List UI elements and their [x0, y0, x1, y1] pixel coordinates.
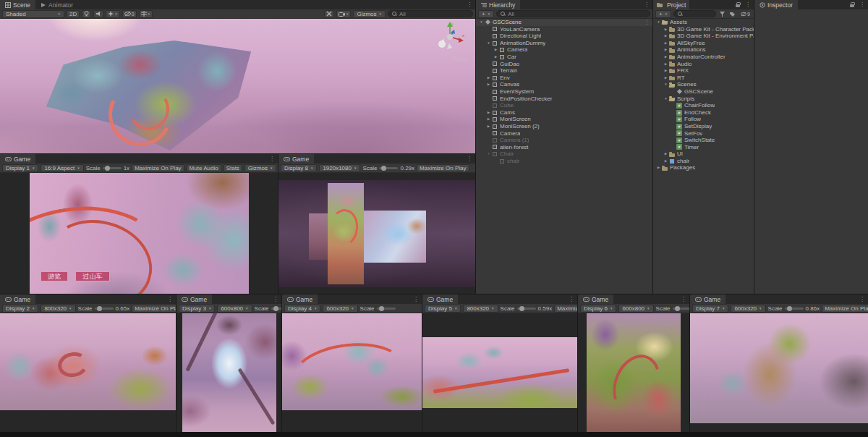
foldout-down-icon[interactable]: ▼ — [478, 19, 485, 26]
tree-row[interactable]: ▶3D Game Kit - Character Pack — [653, 26, 754, 33]
tree-row[interactable]: alien-forest — [476, 144, 652, 151]
hierarchy-search-input[interactable]: All — [496, 10, 650, 17]
foldout-right-icon[interactable]: ▶ — [485, 116, 492, 123]
tree-row[interactable]: ▶UI — [653, 150, 754, 158]
scale-slider[interactable] — [377, 307, 396, 310]
foldout-right-icon[interactable]: ▶ — [663, 67, 669, 75]
tree-row[interactable]: ▶RT — [653, 75, 754, 82]
display-dropdown[interactable]: Display 4▼ — [284, 305, 320, 313]
panel-menu-icon[interactable]: ⋮ — [678, 294, 689, 304]
game-viewport-display-1[interactable]: 游览 过山车 — [0, 173, 278, 294]
tree-row[interactable]: GuiDao — [476, 61, 652, 68]
resolution-dropdown[interactable]: 600x800▼ — [618, 305, 653, 313]
tree-row[interactable]: ▶Car — [476, 54, 652, 61]
tree-row[interactable]: SetDisplay — [653, 123, 754, 130]
tab-scene[interactable]: Scene — [0, 0, 35, 9]
scene-search-input[interactable]: All — [388, 10, 473, 17]
lock-icon[interactable] — [850, 2, 855, 7]
tree-row[interactable]: EndCheck — [653, 109, 754, 116]
orientation-gizmo[interactable]: y x — [433, 20, 467, 54]
create-add-dropdown[interactable]: +▼ — [655, 10, 671, 18]
tree-row[interactable]: Timer — [653, 144, 754, 151]
tree-row[interactable]: ▼Scripts — [653, 96, 754, 103]
tool-settings-button[interactable] — [324, 10, 334, 18]
tree-row[interactable]: ▼AnimationDummy — [476, 40, 652, 47]
tree-row[interactable]: ▼Scenes — [653, 81, 754, 88]
maximize-on-play-button[interactable]: Maximize On Play — [822, 305, 868, 313]
display-dropdown[interactable]: Display 5▼ — [425, 305, 461, 313]
display-dropdown[interactable]: Display 8▼ — [281, 164, 317, 172]
game-viewport-display-2[interactable] — [0, 313, 176, 436]
foldout-right-icon[interactable]: ▶ — [663, 75, 669, 82]
audio-toggle[interactable] — [93, 10, 103, 18]
scale-slider[interactable] — [95, 307, 114, 310]
tree-row[interactable]: ▼GSCScene⋮ — [476, 19, 652, 26]
shading-mode-dropdown[interactable]: Shaded▼ — [2, 10, 64, 18]
tab-game[interactable]: Game — [0, 154, 35, 164]
foldout-right-icon[interactable]: ▶ — [493, 54, 499, 61]
resolution-dropdown[interactable]: 800x320▼ — [41, 305, 75, 313]
tour-button[interactable]: 游览 — [41, 271, 68, 281]
display-dropdown[interactable]: Display 7▼ — [692, 305, 728, 313]
scale-slider[interactable] — [379, 167, 398, 169]
tree-row[interactable]: Terrain — [476, 67, 652, 75]
scene-menu-icon[interactable]: ⋮ — [464, 0, 475, 9]
tree-row[interactable]: ▶Packages — [653, 164, 754, 171]
tree-row[interactable]: Follow — [653, 116, 754, 123]
rollercoaster-button[interactable]: 过山车 — [75, 271, 110, 281]
foldout-right-icon[interactable]: ▶ — [493, 46, 499, 54]
tree-row[interactable]: EndPositionChecker — [476, 96, 652, 103]
foldout-right-icon[interactable]: ▶ — [663, 26, 669, 33]
panel-menu-icon[interactable]: ⋮ — [410, 294, 422, 304]
foldout-down-icon[interactable]: ▼ — [485, 150, 492, 158]
resolution-dropdown[interactable]: 600x320▼ — [731, 305, 765, 313]
tree-row[interactable]: Directional Light — [476, 33, 652, 40]
resolution-dropdown[interactable]: 1920x1080▼ — [319, 164, 360, 172]
tree-row[interactable]: chair — [476, 158, 652, 165]
panel-menu-icon[interactable]: ⋮ — [266, 154, 278, 164]
grid-visibility-dropdown[interactable]: ▼ — [139, 10, 153, 18]
2d-toggle[interactable]: 2D — [67, 10, 80, 18]
tab-game[interactable]: Game — [422, 294, 458, 304]
resolution-dropdown[interactable]: 800x320▼ — [463, 305, 498, 313]
panel-menu-icon[interactable]: ⋮ — [856, 294, 868, 304]
foldout-right-icon[interactable]: ▶ — [663, 46, 669, 54]
foldout-down-icon[interactable]: ▼ — [485, 40, 492, 47]
gizmos-dropdown[interactable]: Gizmos▼ — [353, 10, 386, 18]
search-by-type-button[interactable] — [718, 10, 726, 18]
game-viewport-display-6[interactable] — [578, 313, 689, 436]
display-dropdown[interactable]: Display 1▼ — [2, 164, 38, 172]
tab-animator[interactable]: Animator — [35, 0, 78, 9]
projection-mode-label[interactable]: Persp — [454, 56, 467, 61]
game-viewport-display-5[interactable] — [422, 313, 577, 436]
aspect-dropdown[interactable]: 16:9 Aspect▼ — [41, 164, 83, 172]
foldout-right-icon[interactable]: ▶ — [663, 158, 669, 165]
tree-row[interactable]: ▶Animations — [653, 46, 754, 54]
scene-camera-dropdown[interactable]: ▼ — [336, 10, 351, 18]
tree-row[interactable]: Camera — [476, 130, 652, 137]
foldout-right-icon[interactable]: ▶ — [663, 54, 669, 61]
tree-row[interactable]: ▶Cams — [476, 109, 652, 116]
effects-dropdown[interactable]: ▼ — [106, 10, 119, 18]
panel-menu-icon[interactable]: ⋮ — [856, 0, 868, 9]
tab-game[interactable]: Game — [0, 294, 35, 304]
tree-row[interactable]: SetFov — [653, 130, 754, 137]
tree-row[interactable]: ▶3D Game Kit - Environment Pack — [653, 33, 754, 40]
slider-knob[interactable] — [105, 166, 110, 171]
foldout-down-icon[interactable]: ▼ — [663, 81, 669, 88]
scale-slider[interactable] — [785, 307, 804, 310]
panel-menu-icon[interactable]: ⋮ — [742, 0, 754, 9]
scene-viewport[interactable]: y x Persp — [0, 19, 475, 153]
tree-row[interactable]: ▶FRX — [653, 67, 754, 75]
stats-button[interactable]: Stats — [224, 164, 242, 172]
tree-row[interactable]: ▶AnimatorController — [653, 54, 754, 61]
scene-options-icon[interactable]: ⋮ — [642, 19, 652, 26]
tree-row[interactable]: ▶Audio — [653, 61, 754, 68]
display-dropdown[interactable]: Display 2▼ — [2, 305, 38, 313]
panel-menu-icon[interactable]: ⋮ — [641, 0, 652, 9]
tree-row[interactable]: ChairFollow — [653, 102, 754, 109]
tree-row[interactable]: ▶MoniScreen (2) — [476, 123, 652, 130]
resolution-dropdown[interactable]: 600x320▼ — [323, 305, 357, 313]
tab-game[interactable]: Game — [176, 294, 212, 304]
lock-icon[interactable] — [736, 2, 741, 7]
